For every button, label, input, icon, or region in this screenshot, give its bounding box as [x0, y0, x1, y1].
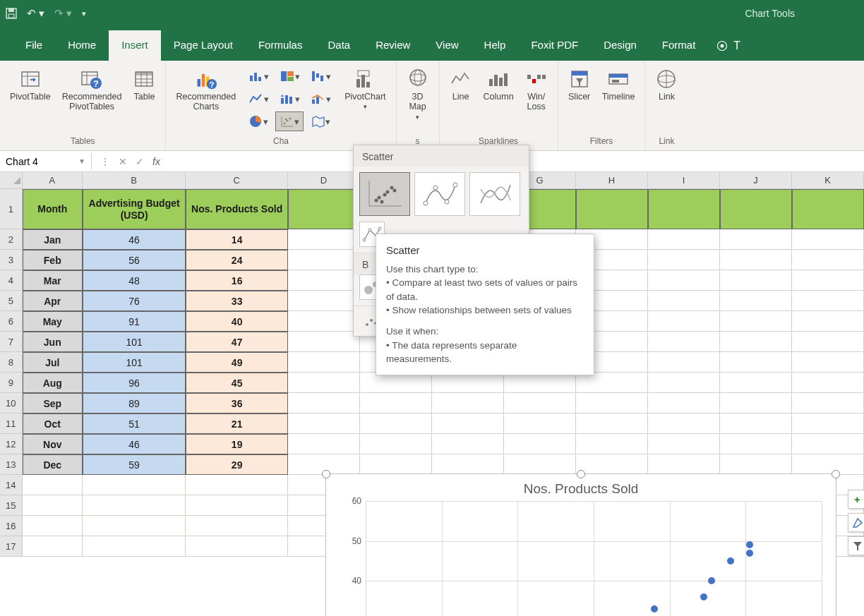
table-cell[interactable]: Aug	[23, 373, 83, 393]
table-cell[interactable]: 56	[83, 250, 186, 270]
chart-data-point[interactable]	[746, 550, 753, 557]
cell[interactable]	[648, 189, 720, 229]
tab-design[interactable]: Design	[591, 30, 649, 61]
table-cell[interactable]: 24	[186, 250, 288, 270]
cell[interactable]	[288, 189, 360, 229]
table-cell[interactable]: 96	[83, 373, 186, 393]
cell[interactable]	[792, 332, 864, 352]
slicer-button[interactable]: Slicer	[565, 66, 594, 103]
cell[interactable]	[792, 229, 864, 250]
chart-data-point[interactable]	[651, 605, 658, 612]
name-box[interactable]: Chart 4 ▼	[0, 153, 92, 170]
table-cell[interactable]: Feb	[23, 250, 83, 270]
cell[interactable]	[648, 311, 720, 332]
cell[interactable]	[648, 454, 720, 475]
table-cell[interactable]: 40	[186, 311, 288, 332]
cell[interactable]	[720, 393, 792, 413]
table-cell[interactable]: Mar	[23, 270, 83, 291]
cell[interactable]	[792, 270, 864, 291]
chart-plot-area[interactable]: 0102030405060020406080100120	[366, 501, 822, 616]
cell[interactable]	[720, 311, 792, 332]
table-cell[interactable]: Jul	[23, 352, 83, 373]
cell[interactable]	[792, 413, 864, 434]
cell[interactable]	[360, 413, 432, 434]
cell[interactable]	[186, 536, 288, 557]
table-cell[interactable]: 101	[83, 332, 186, 352]
cell[interactable]	[792, 250, 864, 270]
redo-icon[interactable]: ↷ ▾	[54, 7, 72, 20]
cell[interactable]	[288, 332, 360, 352]
row-header[interactable]: 8	[0, 352, 23, 373]
cancel-icon[interactable]: ✕	[119, 156, 127, 167]
link-button[interactable]: Link	[652, 66, 680, 103]
column-header[interactable]: K	[792, 172, 864, 189]
table-cell[interactable]: 47	[186, 332, 288, 352]
cell[interactable]	[360, 454, 432, 475]
table-cell[interactable]: 21	[186, 413, 288, 434]
tab-home[interactable]: Home	[55, 30, 109, 61]
pivottable-button[interactable]: PivotTable	[7, 66, 54, 103]
table-cell[interactable]: 51	[83, 413, 186, 434]
cell[interactable]	[648, 229, 720, 250]
cell[interactable]	[576, 189, 648, 229]
table-cell[interactable]: Jan	[23, 229, 83, 250]
chart-data-point[interactable]	[746, 541, 753, 548]
cell[interactable]	[648, 270, 720, 291]
table-cell[interactable]: May	[23, 311, 83, 332]
cell[interactable]	[288, 393, 360, 413]
tab-foxit-pdf[interactable]: Foxit PDF	[518, 30, 591, 61]
table-cell[interactable]: 19	[186, 434, 288, 454]
cell[interactable]	[432, 434, 504, 454]
tab-file[interactable]: File	[13, 30, 55, 61]
cell[interactable]	[648, 332, 720, 352]
cell[interactable]	[83, 536, 186, 557]
undo-icon[interactable]: ↶ ▾	[27, 7, 44, 20]
cell[interactable]	[504, 393, 576, 413]
cell[interactable]	[792, 291, 864, 311]
statistic-chart-button[interactable]: ▾	[275, 89, 304, 109]
cell[interactable]	[792, 393, 864, 413]
chart-data-point[interactable]	[727, 557, 734, 564]
cell[interactable]	[288, 352, 360, 373]
table-cell[interactable]: 59	[83, 454, 186, 475]
row-header[interactable]: 4	[0, 270, 23, 291]
cell[interactable]	[288, 413, 360, 434]
scatter-option-smooth-markers[interactable]	[414, 172, 465, 216]
column-header[interactable]: B	[83, 172, 186, 189]
map-chart-button[interactable]: ▾	[306, 111, 335, 131]
cell[interactable]	[720, 434, 792, 454]
cell[interactable]	[792, 311, 864, 332]
cell[interactable]	[720, 250, 792, 270]
cell[interactable]	[432, 413, 504, 434]
table-cell[interactable]: Apr	[23, 291, 83, 311]
table-cell[interactable]: 45	[186, 373, 288, 393]
row-header[interactable]: 2	[0, 229, 23, 250]
embedded-chart[interactable]: Nos. Products Sold 010203040506002040608…	[325, 473, 836, 616]
cell[interactable]	[576, 393, 648, 413]
row-header[interactable]: 14	[0, 475, 23, 495]
column-header[interactable]: C	[186, 172, 288, 189]
row-header[interactable]: 12	[0, 434, 23, 454]
table-cell[interactable]: 76	[83, 291, 186, 311]
row-header[interactable]: 13	[0, 454, 23, 475]
enter-icon[interactable]: ✓	[136, 156, 144, 167]
cell[interactable]	[360, 434, 432, 454]
cell[interactable]	[432, 393, 504, 413]
scatter-option-plain[interactable]	[359, 172, 410, 216]
table-cell[interactable]: 29	[186, 454, 288, 475]
save-icon[interactable]	[6, 8, 17, 19]
chart-data-point[interactable]	[700, 593, 707, 600]
cell[interactable]	[288, 250, 360, 270]
cell[interactable]	[576, 434, 648, 454]
cell[interactable]	[720, 352, 792, 373]
cell[interactable]	[648, 352, 720, 373]
row-header[interactable]: 5	[0, 291, 23, 311]
table-cell[interactable]: 101	[83, 352, 186, 373]
table-header-cell[interactable]: Nos. Products Sold	[186, 189, 288, 229]
cell[interactable]	[720, 454, 792, 475]
cell[interactable]	[23, 516, 83, 536]
cell[interactable]	[23, 475, 83, 495]
column-header[interactable]: I	[648, 172, 720, 189]
column-header[interactable]: D	[288, 172, 360, 189]
table-cell[interactable]: 14	[186, 229, 288, 250]
